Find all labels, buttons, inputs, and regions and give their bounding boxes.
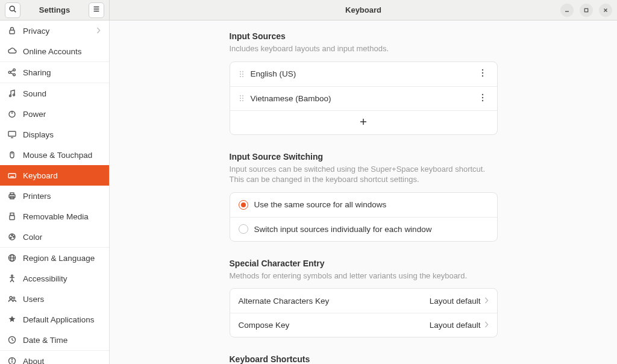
chevron-right-icon	[484, 321, 489, 330]
svg-point-65	[481, 93, 483, 95]
add-input-source-button[interactable]	[230, 110, 497, 134]
sidebar-item-label: Users	[23, 295, 44, 304]
svg-point-56	[481, 69, 483, 71]
svg-line-13	[11, 71, 14, 72]
sidebar-item-label: Color	[23, 233, 42, 242]
music-icon	[7, 89, 17, 98]
input-source-name: English (US)	[251, 69, 477, 78]
search-icon	[8, 5, 17, 15]
drag-handle-icon[interactable]	[239, 70, 245, 78]
radio-button[interactable]	[239, 200, 248, 210]
section-input-sources: Input Sources Includes keyboard layouts …	[230, 31, 498, 135]
sidebar-item-label: Removable Media	[23, 212, 89, 221]
maximize-button[interactable]	[580, 4, 593, 17]
sidebar-item-label: Keyboard	[23, 171, 58, 180]
section-title: Input Source Switching	[230, 152, 498, 162]
power-icon	[7, 109, 17, 119]
svg-point-43	[13, 297, 14, 299]
sidebar-item-online-accounts[interactable]: Online Accounts	[0, 41, 109, 61]
sidebar-item-power[interactable]: Power	[0, 104, 109, 124]
section-title: Special Character Entry	[230, 259, 498, 268]
printer-icon	[7, 191, 17, 201]
settings-title: Settings	[24, 5, 85, 14]
sidebar-item-label: Accessibility	[23, 274, 67, 283]
svg-point-50	[240, 71, 241, 72]
sidebar-item-accessibility[interactable]: Accessibility	[0, 268, 109, 289]
window-controls	[560, 4, 612, 17]
lock-icon	[7, 26, 17, 36]
sidebar-item-label: Displays	[23, 130, 54, 139]
sidebar-item-default-applications[interactable]: Default Applications	[0, 309, 109, 330]
svg-point-42	[10, 297, 12, 299]
sidebar-item-displays[interactable]: Displays	[0, 124, 109, 145]
radio-button[interactable]	[239, 224, 248, 234]
svg-point-52	[240, 74, 241, 75]
star-icon	[7, 315, 17, 324]
sidebar-item-date-time[interactable]: Date & Time	[0, 330, 109, 350]
svg-point-60	[242, 95, 243, 96]
section-special-character: Special Character Entry Methods for ente…	[230, 259, 498, 338]
sidebar-item-printers[interactable]: Printers	[0, 186, 109, 206]
usb-icon	[7, 212, 17, 221]
svg-point-61	[240, 98, 241, 99]
svg-point-37	[11, 275, 13, 277]
mouse-icon	[7, 150, 17, 160]
radio-option-same-source[interactable]: Use the same source for all windows	[230, 193, 497, 217]
svg-rect-9	[10, 30, 14, 34]
drag-handle-icon[interactable]	[239, 94, 245, 102]
svg-point-66	[481, 96, 483, 98]
svg-point-58	[481, 75, 483, 77]
sidebar-item-mouse-touchpad[interactable]: Mouse & Touchpad	[0, 145, 109, 165]
alternate-characters-key-row[interactable]: Alternate Characters Key Layout default	[230, 289, 497, 313]
svg-line-40	[10, 280, 12, 282]
cloud-icon	[7, 46, 17, 56]
keyboard-icon	[7, 171, 17, 180]
sidebar-item-privacy[interactable]: Privacy	[0, 20, 109, 41]
sidebar-item-keyboard[interactable]: Keyboard	[0, 165, 109, 186]
sidebar-item-color[interactable]: Color	[0, 227, 109, 247]
menu-button[interactable]	[89, 2, 104, 18]
sidebar: Privacy Online Accounts S	[0, 20, 110, 364]
row-label: Alternate Characters Key	[239, 297, 430, 306]
titlebar-left: Settings	[0, 0, 110, 20]
titlebar-right: Keyboard	[110, 0, 617, 20]
sidebar-item-region-language[interactable]: Region & Language	[0, 248, 109, 268]
sidebar-item-label: Privacy	[23, 27, 49, 36]
accessibility-icon	[7, 274, 17, 283]
sidebar-item-removable-media[interactable]: Removable Media	[0, 206, 109, 227]
sidebar-item-users[interactable]: Users	[0, 289, 109, 309]
compose-key-row[interactable]: Compose Key Layout default	[230, 313, 497, 337]
svg-point-51	[242, 71, 243, 72]
more-options-button[interactable]	[477, 93, 489, 104]
panel-title: Keyboard	[345, 5, 381, 14]
svg-rect-6	[584, 8, 587, 11]
svg-point-31	[11, 235, 13, 236]
sidebar-item-sound[interactable]: Sound	[0, 83, 109, 104]
sidebar-item-label: Printers	[23, 192, 51, 201]
radio-option-per-window[interactable]: Switch input sources individually for ea…	[230, 217, 497, 241]
svg-point-64	[242, 100, 243, 101]
minimize-button[interactable]	[560, 4, 574, 17]
minimize-icon	[564, 5, 570, 15]
svg-point-59	[240, 95, 241, 96]
svg-point-49	[12, 359, 13, 360]
sidebar-item-label: Sharing	[23, 68, 51, 77]
sidebar-item-label: Date & Time	[23, 336, 67, 345]
svg-point-53	[242, 74, 243, 75]
input-source-row[interactable]: Vietnamese (Bamboo)	[230, 86, 497, 110]
sidebar-item-label: Region & Language	[23, 254, 95, 263]
more-options-button[interactable]	[477, 69, 489, 79]
sidebar-item-sharing[interactable]: Sharing	[0, 62, 109, 83]
search-button[interactable]	[5, 2, 20, 18]
section-switching: Input Source Switching Input sources can…	[230, 152, 498, 242]
input-source-name: Vietnamese (Bamboo)	[251, 94, 477, 103]
chevron-right-icon	[484, 297, 489, 306]
input-source-row[interactable]: English (US)	[230, 62, 497, 86]
sidebar-item-about[interactable]: About	[0, 351, 109, 364]
sidebar-item-label: Power	[23, 110, 46, 119]
kebab-icon	[481, 69, 484, 79]
maximize-icon	[583, 5, 589, 15]
close-button[interactable]	[599, 4, 612, 17]
kebab-icon	[481, 93, 484, 104]
sidebar-item-label: Sound	[23, 89, 46, 98]
